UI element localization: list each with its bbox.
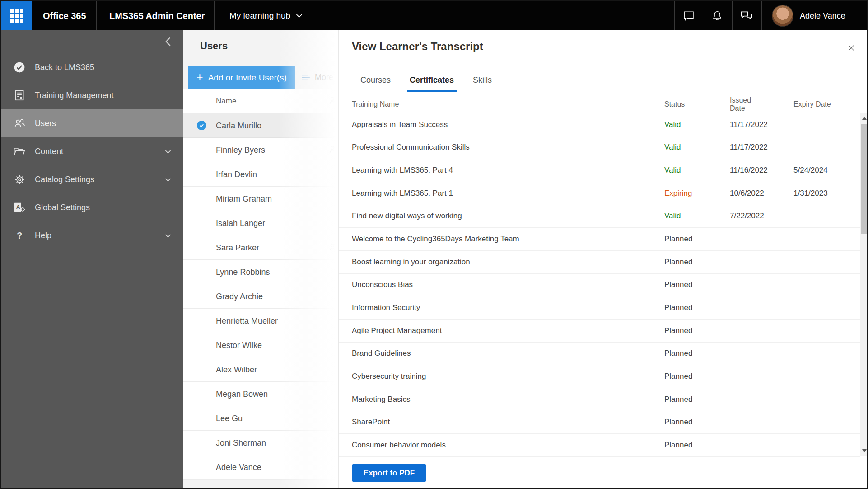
- certificate-row-boost-learning-in-your-organization: Boost learning in your organization Plan…: [339, 251, 860, 274]
- certificates-table: Appraisals in Team Success Valid 11/17/2…: [339, 113, 860, 457]
- users-panel: Users + Add or Invite User(s) More Name …: [183, 30, 338, 488]
- person-add-icon[interactable]: [328, 145, 338, 157]
- chat-icon: [682, 9, 695, 22]
- user-list-item-megan-bowen[interactable]: Megan Bowen: [183, 382, 338, 406]
- certificate-row-marketing-basics: Marketing Basics Planned: [339, 388, 860, 411]
- users-list: Carla Murillo Finnley Byers Irfan Devlin…: [183, 113, 338, 480]
- table-scrollbar[interactable]: [860, 113, 868, 456]
- lines-icon: [301, 74, 311, 81]
- status-badge: Valid: [664, 166, 681, 175]
- user-menu[interactable]: Adele Vance: [800, 1, 845, 30]
- feedback-button[interactable]: [732, 1, 761, 30]
- user-list-item-carla-murillo[interactable]: Carla Murillo: [183, 113, 338, 138]
- certificate-row-welcome-to-the-cycling365days-marketing-team: Welcome to the Cycling365Days Marketing …: [339, 228, 860, 251]
- status-badge: Planned: [664, 235, 692, 244]
- scrollbar-thumb[interactable]: [861, 124, 868, 234]
- status-badge: Valid: [664, 120, 681, 129]
- sort-descending-icon: ↓: [731, 101, 734, 108]
- sidebar-nav: Back to LMS365 Training Management Users…: [1, 30, 183, 488]
- sidebar-item-users[interactable]: Users: [1, 109, 183, 137]
- hub-menu-button[interactable]: My learning hub: [229, 1, 303, 30]
- certificate-row-cybersecurity-training: Cybersecurity training Planned: [339, 365, 860, 388]
- column-header-status: Status: [664, 100, 685, 108]
- status-badge: Planned: [664, 303, 692, 312]
- office365-link[interactable]: Office 365: [43, 1, 86, 30]
- topbar-divider: [761, 1, 762, 30]
- notifications-button[interactable]: [703, 1, 731, 30]
- waffle-icon: [10, 9, 23, 23]
- user-list-item-adele-vance[interactable]: Adele Vance: [183, 455, 338, 480]
- sidebar-item-training-management[interactable]: Training Management: [1, 81, 183, 109]
- selected-check-icon: [197, 121, 206, 130]
- user-list-item-henrietta-mueller[interactable]: Henrietta Mueller: [183, 309, 338, 333]
- panel-title: View Learner's Transcript: [352, 40, 483, 53]
- column-header-training-name: Training Name: [352, 100, 399, 108]
- close-button[interactable]: [845, 42, 857, 54]
- chevron-down-icon: [165, 175, 171, 184]
- user-avatar[interactable]: [772, 5, 793, 27]
- sidebar-item-content[interactable]: Content: [1, 137, 183, 165]
- sidebar-item-back-to-lms365[interactable]: Back to LMS365: [1, 53, 183, 81]
- user-list-item-joni-sherman[interactable]: Joni Sherman: [183, 431, 338, 455]
- user-list-item-finnley-byers[interactable]: Finnley Byers: [183, 138, 338, 162]
- certificate-row-appraisals-in-team-success: Appraisals in Team Success Valid 11/17/2…: [339, 113, 860, 136]
- transcript-tabs: Courses Certificates Skills: [358, 75, 495, 92]
- certificate-row-unconscious-bias: Unconscious Bias Planned: [339, 274, 860, 297]
- user-list-item-irfan-devlin[interactable]: Irfan Devlin: [183, 162, 338, 187]
- users-icon: [9, 118, 29, 129]
- status-badge: Planned: [664, 280, 692, 289]
- topbar-divider: [214, 1, 215, 30]
- scroll-down-arrow[interactable]: [862, 449, 867, 452]
- page-title: Users: [200, 40, 228, 52]
- chevron-left-icon: [165, 36, 171, 47]
- top-bar: Office 365 LMS365 Admin Center My learni…: [1, 1, 867, 30]
- certificate-row-brand-guidelines: Brand Guidelines Planned: [339, 343, 860, 366]
- tab-skills[interactable]: Skills: [470, 75, 495, 92]
- certificate-row-consumer-behavior-models: Consumer behavior models Planned: [339, 434, 860, 457]
- svg-text:A: A: [16, 204, 20, 211]
- user-list-item-isaiah-langer[interactable]: Isaiah Langer: [183, 211, 338, 235]
- sidebar-collapse-button[interactable]: [162, 36, 174, 47]
- lms365-check-icon: [9, 61, 29, 73]
- user-list-item-miriam-graham[interactable]: Miriam Graham: [183, 187, 338, 211]
- certificate-row-professional-communication-skills: Professional Communication Skills Valid …: [339, 136, 860, 160]
- close-icon: [848, 44, 854, 52]
- feedback-icon: [740, 10, 753, 22]
- status-badge: Expiring: [664, 189, 692, 198]
- user-list-item-lee-gu[interactable]: Lee Gu: [183, 406, 338, 431]
- sidebar-item-global-settings[interactable]: A Global Settings: [1, 193, 183, 221]
- users-list-header: Name: [183, 89, 338, 113]
- status-badge: Planned: [664, 349, 692, 358]
- column-header-expiry-date: Expiry Date: [793, 100, 831, 108]
- user-list-item-sara-parker[interactable]: Sara Parker: [183, 235, 338, 260]
- certificate-row-information-security: Information Security Planned: [339, 296, 860, 320]
- training-icon: [9, 89, 29, 101]
- person-add-icon[interactable]: [328, 242, 338, 254]
- certificate-row-find-new-digital-ways-of-working: Find new digital ways of working Valid 7…: [339, 205, 860, 228]
- global-settings-icon: A: [9, 202, 29, 213]
- sidebar-item-catalog-settings[interactable]: Catalog Settings: [1, 165, 183, 193]
- user-list-item-lynne-robbins[interactable]: Lynne Robbins: [183, 260, 338, 284]
- chevron-down-icon: [165, 147, 171, 156]
- export-to-pdf-button[interactable]: Export to PDF: [352, 464, 426, 482]
- status-badge: Planned: [664, 395, 692, 404]
- status-badge: Planned: [664, 326, 692, 335]
- scroll-up-arrow[interactable]: [862, 117, 867, 120]
- certificate-row-learning-with-lms365-part-4: Learning with LMS365. Part 4 Valid 11/16…: [339, 159, 860, 182]
- tab-courses[interactable]: Courses: [358, 75, 393, 92]
- tab-certificates[interactable]: Certificates: [407, 75, 457, 92]
- status-badge: Planned: [664, 372, 692, 381]
- status-badge: Planned: [664, 418, 692, 427]
- chevron-down-icon: [165, 231, 171, 240]
- status-badge: Planned: [664, 258, 692, 267]
- add-or-invite-users-button[interactable]: + Add or Invite User(s): [188, 66, 295, 89]
- certificate-row-agile-project-management: Agile Project Management Planned: [339, 320, 860, 343]
- chat-button[interactable]: [674, 1, 703, 30]
- user-list-item-grady-archie[interactable]: Grady Archie: [183, 284, 338, 309]
- app-launcher-button[interactable]: [1, 1, 32, 30]
- bell-icon: [711, 9, 723, 22]
- user-list-item-alex-wilber[interactable]: Alex Wilber: [183, 357, 338, 382]
- admin-center-title: LMS365 Admin Center: [109, 1, 205, 30]
- user-list-item-nestor-wilke[interactable]: Nestor Wilke: [183, 333, 338, 357]
- sidebar-item-help[interactable]: ? Help: [1, 221, 183, 249]
